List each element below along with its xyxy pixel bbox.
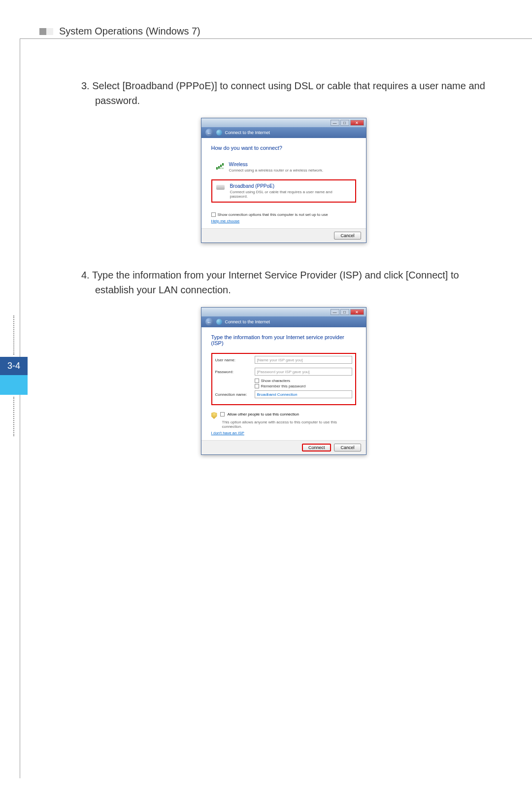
header-title: System Operations (Windows 7) <box>59 26 200 37</box>
password-input[interactable]: [Password your ISP gave you] <box>255 368 352 376</box>
back-icon[interactable]: ← <box>205 318 213 326</box>
dotted-line-icon <box>13 397 14 436</box>
titlebar: — □ ✕ <box>201 308 366 316</box>
maximize-icon[interactable]: □ <box>340 309 349 315</box>
username-input[interactable]: [Name your ISP gave you] <box>255 356 352 364</box>
step-3-text: 3. Select [Broadband (PPPoE)] to connect… <box>95 78 498 108</box>
page-header: System Operations (Windows 7) <box>39 26 200 37</box>
minimize-icon[interactable]: — <box>331 309 339 315</box>
modem-icon <box>216 185 225 190</box>
dialog-body: How do you want to connect? Wireless Con… <box>201 138 366 228</box>
checkbox-icon[interactable] <box>211 212 216 217</box>
allow-desc: This option allows anyone with access to… <box>222 420 356 429</box>
dotted-line-icon <box>13 315 14 355</box>
side-tab: 3-4 <box>0 315 28 436</box>
option-wireless[interactable]: Wireless Connect using a wireless router… <box>211 158 356 176</box>
breadcrumb: ← Connect to the Internet <box>201 127 366 138</box>
globe-icon <box>216 319 222 325</box>
dialog-footer: Connect Cancel <box>201 440 366 454</box>
wifi-icon <box>216 162 224 170</box>
page-frame: 3. Select [Broadband (PPPoE)] to connect… <box>20 38 532 778</box>
checkbox-icon[interactable] <box>255 379 259 383</box>
shield-icon <box>211 412 217 419</box>
cancel-button[interactable]: Cancel <box>334 444 361 451</box>
dialog-body: Type the information from your Internet … <box>201 327 366 440</box>
titlebar: — □ ✕ <box>201 118 366 127</box>
dialog-connect-options: — □ ✕ ← Connect to the Internet How do y… <box>201 118 366 243</box>
dialog-footer: Cancel <box>201 228 366 243</box>
show-chars-label: Show characters <box>261 379 291 383</box>
cancel-button[interactable]: Cancel <box>334 232 361 240</box>
password-row: Password: [Password your ISP gave you] <box>215 368 352 376</box>
header-marker-icon <box>39 28 53 35</box>
checkbox-icon[interactable] <box>255 384 259 388</box>
show-options-label: Show connection options that this comput… <box>218 212 328 217</box>
close-icon[interactable]: ✕ <box>350 120 364 126</box>
username-row: User name: [Name your ISP gave you] <box>215 356 352 364</box>
option-broadband-desc: Connect using DSL or cable that requires… <box>230 190 351 199</box>
breadcrumb-text: Connect to the Internet <box>225 130 270 135</box>
step-4-text: 4. Type the information from your Intern… <box>95 268 498 297</box>
no-isp-link[interactable]: I don't have an ISP <box>211 431 244 435</box>
show-options-row[interactable]: Show connection options that this comput… <box>211 212 356 217</box>
show-chars-row[interactable]: Show characters <box>255 379 352 383</box>
connection-name-row: Connection name: Broadband Connection <box>215 390 352 398</box>
back-icon[interactable]: ← <box>205 129 213 137</box>
option-wireless-title: Wireless <box>229 162 324 167</box>
form-highlight: User name: [Name your ISP gave you] Pass… <box>211 353 356 405</box>
option-wireless-desc: Connect using a wireless router or a wir… <box>229 168 324 173</box>
dialog-heading: Type the information from your Internet … <box>211 334 356 346</box>
connect-button[interactable]: Connect <box>302 444 332 451</box>
allow-row[interactable]: Allow other people to use this connectio… <box>211 412 356 419</box>
close-icon[interactable]: ✕ <box>350 309 364 315</box>
remember-row[interactable]: Remember this password <box>255 384 352 388</box>
help-link[interactable]: Help me choose <box>211 219 240 223</box>
dialog-heading: How do you want to connect? <box>211 145 356 151</box>
breadcrumb-text: Connect to the Internet <box>225 319 270 324</box>
content-area: 3. Select [Broadband (PPPoE)] to connect… <box>20 39 532 455</box>
username-label: User name: <box>215 358 255 362</box>
screenshot-1: — □ ✕ ← Connect to the Internet How do y… <box>201 118 366 243</box>
password-label: Password: <box>215 370 255 374</box>
remember-label: Remember this password <box>261 384 306 388</box>
globe-icon <box>216 130 222 136</box>
dialog-isp-info: — □ ✕ ← Connect to the Internet Type the… <box>201 307 366 455</box>
option-broadband[interactable]: Broadband (PPPoE) Connect using DSL or c… <box>211 179 356 203</box>
minimize-icon[interactable]: — <box>331 120 339 126</box>
page-number: 3-4 <box>0 357 28 375</box>
step-3: 3. Select [Broadband (PPPoE)] to connect… <box>69 78 498 243</box>
connection-name-label: Connection name: <box>215 392 255 397</box>
step-4: 4. Type the information from your Intern… <box>69 268 498 455</box>
option-broadband-title: Broadband (PPPoE) <box>230 183 351 189</box>
allow-label: Allow other people to use this connectio… <box>228 412 299 416</box>
connection-name-input[interactable]: Broadband Connection <box>255 390 352 398</box>
checkbox-icon[interactable] <box>220 412 225 416</box>
tab-accent <box>0 375 28 395</box>
screenshot-2: — □ ✕ ← Connect to the Internet Type the… <box>201 307 366 455</box>
breadcrumb: ← Connect to the Internet <box>201 316 366 327</box>
maximize-icon[interactable]: □ <box>340 120 349 126</box>
